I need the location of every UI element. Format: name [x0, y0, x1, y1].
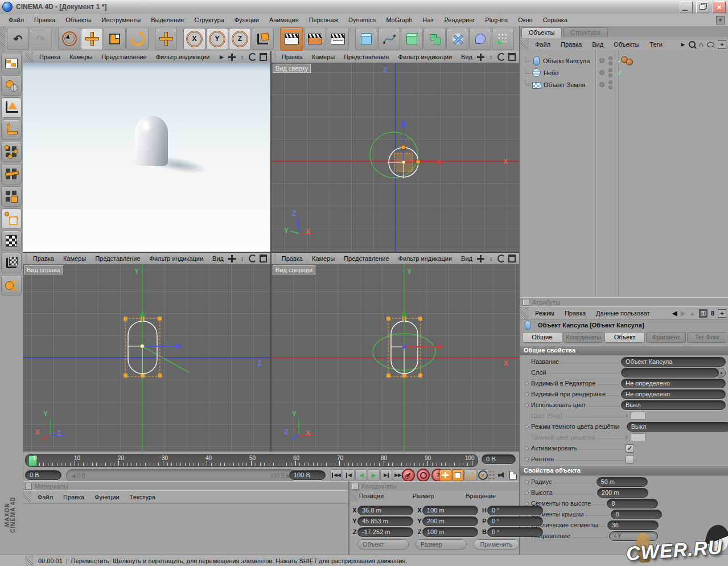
scale-tool-button[interactable]: [104, 28, 126, 50]
object-row-sky[interactable]: Небо ✓: [520, 67, 728, 79]
vp-menu-display[interactable]: Представление: [97, 54, 151, 60]
attr-menu-userdata[interactable]: Данные пользоват: [591, 310, 655, 317]
attr-menu-mode[interactable]: Режим: [530, 310, 560, 317]
polygons-mode-button[interactable]: [1, 186, 22, 207]
texture-mode-button[interactable]: [1, 231, 22, 251]
use-color-dropdown[interactable]: Выкл: [621, 400, 726, 410]
mat-menu-edit[interactable]: Правка: [58, 494, 89, 501]
capsule-object-3d[interactable]: [135, 116, 168, 166]
animation-mode-button[interactable]: [1, 275, 22, 296]
menu-dynamics[interactable]: Dynamics: [343, 17, 381, 23]
rot-p-input[interactable]: 0 °: [487, 516, 543, 526]
undo-button[interactable]: ↶: [7, 28, 29, 50]
texture-axis-mode-button[interactable]: [1, 253, 22, 273]
dock-icon[interactable]: [352, 483, 359, 490]
visible-render-dropdown[interactable]: Не определено: [621, 389, 726, 399]
snapshot-button[interactable]: [508, 470, 519, 481]
menu-hair[interactable]: Hair: [417, 17, 439, 23]
tab-slice[interactable]: Фрагмент: [646, 332, 686, 343]
record-pla-toggle[interactable]: [485, 470, 496, 481]
menubar-corner-icon[interactable]: ❖: [716, 16, 725, 24]
wire-color-swatch[interactable]: [631, 433, 645, 441]
vp-menu-edit[interactable]: Правка: [277, 54, 307, 60]
grip[interactable]: [25, 253, 27, 264]
animation-dot[interactable]: [525, 446, 529, 450]
zoom-view-icon[interactable]: ↕: [487, 255, 495, 263]
visible-editor-dropdown[interactable]: Не определено: [621, 379, 726, 388]
layout-button[interactable]: [1, 53, 22, 73]
enabled-check-icon[interactable]: ✓: [617, 69, 625, 77]
om-menu-file[interactable]: Файл: [530, 41, 556, 48]
tab-coordinates[interactable]: Координаты: [564, 332, 604, 343]
visibility-dots[interactable]: [608, 68, 612, 77]
prev-key-button[interactable]: ◀: [343, 469, 355, 481]
xray-checkbox[interactable]: [626, 455, 634, 464]
apply-button[interactable]: Применить: [474, 539, 519, 549]
menu-functions[interactable]: Функции: [229, 17, 264, 23]
visibility-dots[interactable]: [608, 56, 612, 65]
expand-arrow-icon[interactable]: [626, 435, 628, 440]
maximize-view-icon[interactable]: [508, 53, 516, 61]
viewport-perspective[interactable]: Правка Камеры Представление Фильтр индик…: [23, 51, 270, 252]
enabled-checkbox[interactable]: ✓: [626, 444, 634, 453]
rotation-segments-spinner[interactable]: 36: [607, 520, 659, 530]
history-back-icon[interactable]: ◀: [672, 309, 677, 317]
perspective-view-canvas[interactable]: [23, 63, 270, 252]
maximize-view-icon[interactable]: [260, 255, 267, 263]
record-position-toggle[interactable]: [439, 469, 451, 481]
wire-mode-dropdown[interactable]: Выкл: [627, 422, 728, 432]
minimize-button[interactable]: [680, 1, 693, 13]
search-icon[interactable]: [689, 41, 696, 48]
vp-menu-edit[interactable]: Правка: [35, 54, 65, 60]
render-picture-viewer-button[interactable]: [304, 28, 326, 50]
more-menus-icon[interactable]: ▶: [681, 42, 685, 47]
object-name[interactable]: Объект Капсула: [543, 58, 590, 64]
record-rotation-toggle[interactable]: [464, 469, 476, 481]
animation-dot[interactable]: [525, 491, 529, 495]
pan-view-icon[interactable]: [228, 255, 236, 263]
object-name[interactable]: Объект Земля: [544, 81, 585, 88]
layer-field[interactable]: [621, 368, 719, 378]
object-row-floor[interactable]: Объект Земля: [520, 79, 728, 91]
grip[interactable]: [520, 307, 529, 319]
last-tool-button[interactable]: [155, 28, 177, 50]
height-spinner[interactable]: 200 m: [597, 488, 648, 498]
size-mode-dropdown[interactable]: Размер: [416, 539, 467, 549]
lock-z-axis-button[interactable]: Z: [229, 28, 251, 50]
display-color-swatch[interactable]: [631, 412, 645, 420]
animation-dot[interactable]: [525, 457, 529, 461]
size-x-input[interactable]: 100 m: [422, 506, 478, 515]
home-icon[interactable]: ⌂: [699, 42, 704, 47]
animation-dot[interactable]: [525, 502, 529, 506]
dock-icon[interactable]: [25, 483, 32, 490]
object-name[interactable]: Небо: [544, 69, 558, 76]
menu-file[interactable]: Файл: [3, 17, 29, 23]
tab-basic[interactable]: Общие: [522, 332, 562, 343]
add-spline-button[interactable]: [378, 28, 400, 50]
tab-objects[interactable]: Объекты: [521, 27, 562, 39]
lock-y-axis-button[interactable]: Y: [206, 28, 228, 50]
move-tool-button[interactable]: [81, 28, 103, 50]
link-icon[interactable]: 8: [711, 310, 714, 317]
add-panel-icon[interactable]: +: [718, 40, 726, 49]
toolbar-grip[interactable]: [0, 26, 5, 51]
sound-toggle[interactable]: [496, 470, 507, 481]
grip[interactable]: [23, 491, 31, 503]
om-menu-objects[interactable]: Объекты: [608, 41, 644, 48]
menu-structure[interactable]: Структура: [189, 17, 229, 23]
pan-view-icon[interactable]: [477, 54, 484, 61]
grip[interactable]: [274, 51, 276, 63]
edges-mode-button[interactable]: [1, 164, 22, 184]
mat-menu-texture[interactable]: Текстура: [125, 494, 161, 501]
menu-mograph[interactable]: MoGraph: [381, 17, 417, 23]
vp-menu-cameras[interactable]: Камеры: [59, 255, 91, 262]
menu-selection[interactable]: Выделение: [146, 17, 189, 23]
vp-menu-edit[interactable]: Правка: [277, 255, 307, 262]
om-menu-edit[interactable]: Правка: [556, 41, 587, 48]
grip[interactable]: [25, 51, 34, 63]
tab-structure[interactable]: Структура: [563, 27, 607, 39]
attr-menu-edit[interactable]: Правка: [560, 310, 591, 317]
lock-icon[interactable]: ⚿: [699, 309, 708, 318]
visibility-dots[interactable]: [608, 80, 612, 89]
size-y-input[interactable]: 200 m: [422, 516, 478, 526]
